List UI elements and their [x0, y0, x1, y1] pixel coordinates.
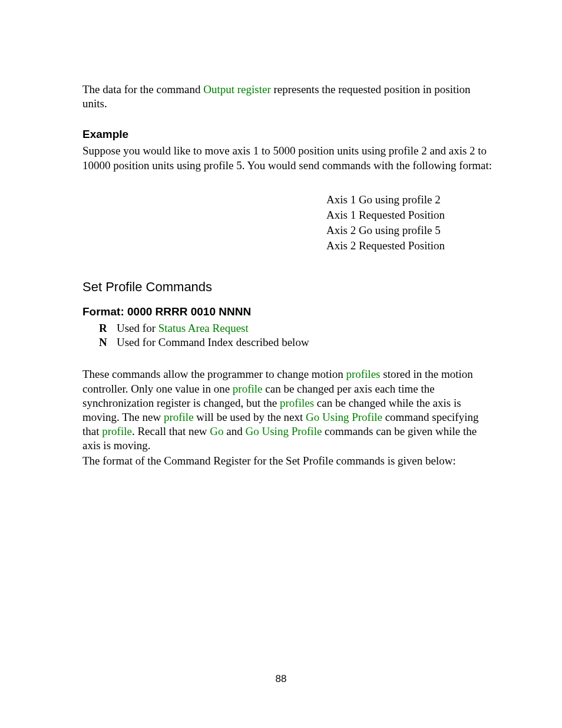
definition-row: N Used for Command Index described below — [99, 335, 497, 350]
definition-text: Used for Status Area Request — [117, 321, 249, 335]
text: Used for — [117, 322, 158, 334]
example-line: Axis 1 Go using profile 2 — [326, 193, 497, 207]
example-line: Axis 2 Requested Position — [326, 239, 497, 253]
link-profiles[interactable]: profiles — [280, 397, 314, 409]
link-go[interactable]: Go — [210, 425, 223, 437]
text: These commands allow the programmer to c… — [82, 368, 346, 380]
body-paragraph-2: The format of the Command Register for t… — [82, 454, 497, 468]
link-profiles[interactable]: profiles — [346, 368, 380, 380]
text: The data for the command — [82, 83, 203, 95]
example-command-list: Axis 1 Go using profile 2 Axis 1 Request… — [326, 193, 497, 253]
section-heading: Set Profile Commands — [82, 279, 497, 295]
document-page: The data for the command Output register… — [0, 0, 562, 468]
text: will be used by the next — [194, 411, 306, 423]
definition-letter: R — [99, 321, 117, 335]
example-line: Axis 1 Requested Position — [326, 208, 497, 222]
text: and — [224, 425, 246, 437]
link-profile[interactable]: profile — [164, 411, 194, 423]
format-heading: Format: 0000 RRRR 0010 NNNN — [82, 305, 497, 319]
intro-paragraph: The data for the command Output register… — [82, 83, 497, 111]
example-line: Axis 2 Go using profile 5 — [326, 223, 497, 238]
body-paragraph-1: These commands allow the programmer to c… — [82, 367, 497, 453]
definition-letter: N — [99, 335, 117, 350]
page-number: 88 — [0, 673, 562, 685]
text: . Recall that new — [132, 425, 210, 437]
definition-text: Used for Command Index described below — [117, 335, 309, 350]
definition-row: R Used for Status Area Request — [99, 321, 497, 335]
example-heading: Example — [82, 127, 497, 141]
example-body: Suppose you would like to move axis 1 to… — [82, 144, 497, 172]
text: Used for Command Index described below — [117, 336, 309, 348]
link-output-register[interactable]: Output register — [203, 83, 271, 95]
link-go-using-profile[interactable]: Go Using Profile — [246, 425, 322, 437]
link-profile[interactable]: profile — [233, 383, 263, 395]
link-profile[interactable]: profile — [102, 425, 132, 437]
link-status-area-request[interactable]: Status Area Request — [158, 322, 249, 334]
link-go-using-profile[interactable]: Go Using Profile — [306, 411, 382, 423]
